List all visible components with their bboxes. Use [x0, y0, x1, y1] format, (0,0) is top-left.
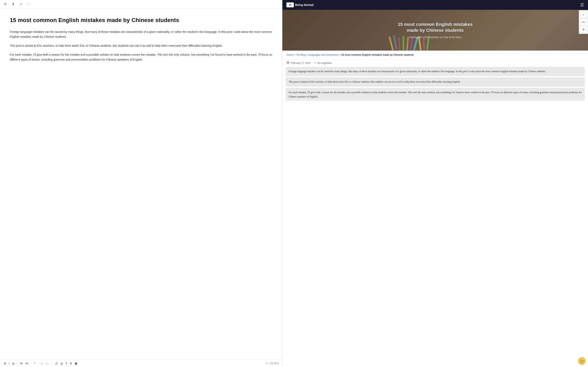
site-logo: BN Being Nomad [286, 2, 313, 7]
ul-button[interactable]: •— [45, 362, 50, 365]
toolbar-divider-2 [31, 362, 31, 365]
editor-top-toolbar: ↻ ⬆ ⤢ ··· [0, 0, 282, 8]
logo-badge: BN [286, 2, 294, 7]
article-author: Ola Jagielska [317, 62, 332, 64]
emoji-widget[interactable]: 😊 [578, 357, 586, 365]
underline-button[interactable]: U [12, 361, 15, 365]
editor-paragraph-1: Foreign language mistakes can be caused … [10, 30, 272, 39]
breadcrumb-sep-2: » [306, 53, 308, 56]
meta-author-item: ✎ Ola Jagielska [314, 62, 332, 64]
share-icon[interactable]: ⬆ [11, 2, 15, 6]
italic-button[interactable]: I [8, 361, 10, 365]
editor-content-area[interactable]: 15 most common English mistakes made by … [0, 8, 282, 360]
h1-button[interactable]: H₁ [19, 362, 24, 365]
calendar-icon: 📅 [286, 62, 290, 64]
toolbar-divider-4 [52, 362, 52, 365]
breadcrumb: Home » The Blog » Languages and Interact… [282, 50, 588, 59]
editor-title: 15 most common English mistakes made by … [10, 17, 272, 24]
breadcrumb-current: 15 most common English mistakes made by … [341, 53, 414, 56]
svg-rect-2 [398, 37, 401, 50]
breadcrumb-category[interactable]: Languages and Interactions [308, 53, 338, 56]
strikethrough-button[interactable]: S [69, 361, 73, 365]
hamburger-icon[interactable]: ☰ [580, 2, 584, 7]
breadcrumb-blog[interactable]: The Blog [296, 53, 306, 56]
ol-button[interactable]: 1. [40, 362, 44, 365]
article-paragraph-3: For each mistake, I'll give both a reaso… [286, 88, 585, 101]
article-paragraph-2: This post is aimed at ESL teachers, to h… [286, 77, 585, 86]
editor-paragraph-2: This post is aimed at ESL teachers, to h… [10, 43, 272, 48]
browser-panel: BN Being Nomad ☰ 15 most common English … [282, 0, 588, 367]
image-button[interactable]: ▣ [74, 361, 78, 365]
more-icon[interactable]: ··· [26, 2, 31, 6]
h2-button[interactable]: H₂ [25, 362, 29, 365]
text-format-button[interactable]: T [65, 361, 68, 365]
svg-rect-6 [413, 37, 418, 50]
logo-text: Being Nomad [295, 3, 313, 7]
code-icon-button[interactable]: </> [580, 19, 587, 25]
right-sidebar: ✓ </> ⊕ [579, 10, 588, 34]
article-area[interactable]: Home » The Blog » Languages and Interact… [282, 50, 588, 367]
breadcrumb-sep-1: » [294, 53, 296, 56]
svg-rect-8 [423, 38, 425, 50]
check-icon-button[interactable]: ✓ [580, 11, 587, 18]
editor-paragraph-3: For each mistake, I'll give both a reaso… [10, 52, 272, 62]
svg-rect-1 [393, 35, 397, 50]
quote-button[interactable]: " [33, 361, 36, 365]
bold-button[interactable]: B [3, 361, 7, 365]
article-meta: 📅 February 17, 2019 ✎ Ola Jagielska [282, 59, 588, 66]
hero-title: 15 most common English mistakesmade by C… [398, 22, 473, 33]
layers-icon-button[interactable]: ⊕ [580, 26, 587, 33]
hero-subtitle: And tips for ESL teachers on how to fix … [398, 36, 473, 39]
meta-date-item: 📅 February 17, 2019 [286, 62, 311, 64]
article-date: February 17, 2019 [291, 62, 311, 64]
refresh-icon[interactable]: ↻ [3, 2, 7, 6]
hero-section: 15 most common English mistakesmade by C… [282, 10, 588, 50]
svg-rect-0 [389, 36, 394, 50]
word-count-area: ⏱ 129 单词 [266, 362, 279, 365]
hero-text-block: 15 most common English mistakesmade by C… [398, 22, 473, 39]
site-navbar: BN Being Nomad ☰ [282, 0, 588, 10]
editor-bottom-toolbar: B I U H₁ H₂ " 1. •— 🔗 A T S ▣ ⏱ 129 单词 [0, 360, 282, 367]
word-count-label: 129 单词 [269, 362, 279, 365]
text-color-button[interactable]: A [60, 361, 63, 365]
editor-panel: ↻ ⬆ ⤢ ··· 15 most common English mistake… [0, 0, 282, 367]
expand-icon[interactable]: ⤢ [19, 2, 23, 6]
link-button[interactable]: 🔗 [54, 362, 59, 365]
article-paragraph-1: Foreign language mistakes can be caused … [286, 67, 585, 76]
toolbar-divider-3 [38, 362, 38, 365]
breadcrumb-home[interactable]: Home [286, 53, 293, 56]
breadcrumb-sep-3: » [339, 53, 341, 56]
author-icon: ✎ [314, 62, 316, 64]
clock-icon: ⏱ [266, 362, 268, 365]
